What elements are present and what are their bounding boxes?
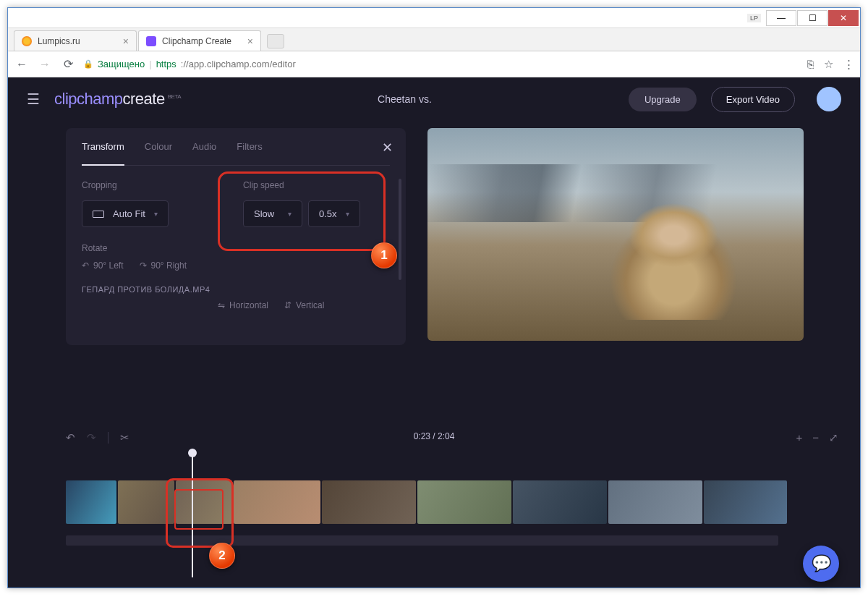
flip-horizontal-button[interactable]: ⇋Horizontal — [218, 300, 268, 310]
timeline-clip[interactable] — [322, 480, 416, 524]
speed-mode-value: Slow — [254, 208, 274, 219]
tab-title: Lumpics.ru — [38, 36, 80, 46]
video-preview[interactable] — [427, 128, 804, 341]
chat-icon: 💬 — [812, 554, 831, 573]
hamburger-icon[interactable]: ☰ — [27, 90, 40, 108]
secure-label: Защищено — [98, 59, 145, 69]
flip-h-icon: ⇋ — [218, 300, 225, 310]
window-badge: LP — [747, 14, 761, 22]
lock-icon: 🔒 — [83, 59, 93, 69]
timeline-clip[interactable] — [176, 480, 232, 524]
cropping-select[interactable]: Auto Fit ▾ — [82, 200, 169, 227]
timeline-clip[interactable] — [513, 480, 607, 524]
menu-icon[interactable]: ⋮ — [843, 58, 854, 71]
panel-scrollbar[interactable] — [399, 179, 401, 280]
window-minimize-button[interactable]: — — [766, 10, 796, 26]
tab-transform[interactable]: Transform — [82, 141, 124, 166]
url-path: ://app.clipchamp.com/editor — [181, 59, 296, 69]
bookmark-icon[interactable]: ☆ — [824, 58, 833, 71]
clipchamp-app: ☰ clipchampcreateBETA Cheetan vs. Upgrad… — [8, 77, 860, 588]
rotate-right-button[interactable]: ↷90° Right — [140, 260, 187, 271]
reload-button[interactable]: ⟳ — [60, 56, 76, 72]
audio-track[interactable] — [66, 535, 778, 546]
clip-filename: ГЕПАРД ПРОТИВ БОЛИДА.MP4 — [82, 285, 390, 294]
flip-vertical-button[interactable]: ⇵Vertical — [284, 300, 324, 310]
zoom-out-button[interactable]: − — [812, 431, 819, 444]
split-button[interactable]: ✂ — [120, 431, 129, 444]
timeline-area: ↶ ↷ ✂ 0:23 / 2:04 + − ⤢ — [8, 421, 860, 588]
url-bar: ← → ⟳ 🔒 Защищено | https://app.clipchamp… — [8, 51, 860, 77]
tab-close-icon[interactable]: × — [123, 35, 129, 47]
rotate-left-button[interactable]: ↶90° Left — [82, 260, 124, 271]
properties-panel: ✕ Transform Colour Audio Filters Croppin… — [66, 128, 406, 345]
cropping-section: Cropping Auto Fit ▾ Rotate ↶90° Left ↷90… — [82, 180, 229, 271]
tab-colour[interactable]: Colour — [145, 141, 172, 156]
timeline-clip[interactable] — [417, 480, 511, 524]
upgrade-button[interactable]: Upgrade — [629, 88, 697, 111]
favicon-icon — [22, 36, 32, 46]
browser-tabs-bar: Lumpics.ru × Clipchamp Create × — [8, 28, 860, 51]
rotate-left-icon: ↶ — [82, 260, 89, 271]
tab-close-icon[interactable]: × — [247, 35, 253, 47]
window-close-button[interactable]: ✕ — [828, 10, 859, 26]
timeline-clip[interactable] — [704, 480, 787, 524]
address-field[interactable]: 🔒 Защищено | https://app.clipchamp.com/e… — [83, 55, 800, 74]
speed-mode-select[interactable]: Slow ▾ — [243, 200, 302, 227]
clip-speed-section: Clip speed Slow ▾ 0.5x ▾ — [243, 180, 390, 271]
url-protocol: https — [156, 59, 176, 69]
cropping-label: Cropping — [82, 180, 229, 190]
timeline-clip[interactable] — [66, 480, 116, 524]
project-title[interactable]: Cheetan vs. — [195, 93, 614, 105]
new-tab-button[interactable] — [267, 34, 284, 48]
annotation-badge-1: 1 — [371, 242, 397, 268]
translate-icon[interactable]: ⎘ — [807, 58, 814, 71]
aspect-icon — [93, 211, 104, 218]
annotation-badge-2: 2 — [209, 543, 235, 569]
close-panel-button[interactable]: ✕ — [382, 140, 393, 156]
chevron-down-icon: ▾ — [154, 210, 158, 218]
tab-filters[interactable]: Filters — [237, 141, 262, 156]
timeline-playhead[interactable] — [192, 453, 193, 577]
url-actions: ⎘ ☆ ⋮ — [807, 58, 854, 71]
timeline-zoom-controls: + − ⤢ — [796, 431, 838, 444]
browser-window: LP — ☐ ✕ Lumpics.ru × Clipchamp Create ×… — [7, 7, 861, 588]
app-logo[interactable]: clipchampcreateBETA — [54, 90, 181, 109]
speed-value: 0.5x — [319, 208, 337, 219]
undo-button[interactable]: ↶ — [66, 431, 75, 444]
browser-tab-clipchamp[interactable]: Clipchamp Create × — [138, 30, 261, 51]
timeline-timecode: 0:23 / 2:04 — [414, 431, 455, 441]
timeline-clip[interactable] — [608, 480, 702, 524]
main-area: ✕ Transform Colour Audio Filters Croppin… — [8, 121, 860, 421]
flip-v-icon: ⇵ — [284, 300, 292, 310]
chat-button[interactable]: 💬 — [803, 546, 839, 582]
clip-speed-label: Clip speed — [243, 180, 390, 190]
chevron-down-icon: ▾ — [288, 210, 292, 218]
favicon-icon — [146, 36, 156, 46]
properties-tabs: Transform Colour Audio Filters — [82, 141, 390, 166]
export-video-button[interactable]: Export Video — [711, 87, 795, 112]
rotate-right-icon: ↷ — [140, 260, 147, 271]
timeline-clip[interactable] — [118, 480, 174, 524]
app-header: ☰ clipchampcreateBETA Cheetan vs. Upgrad… — [8, 77, 860, 121]
tab-audio[interactable]: Audio — [192, 141, 216, 156]
speed-value-select[interactable]: 0.5x ▾ — [308, 200, 360, 227]
zoom-in-button[interactable]: + — [796, 431, 802, 444]
preview-subject — [594, 190, 753, 320]
back-button[interactable]: ← — [14, 56, 30, 72]
window-maximize-button[interactable]: ☐ — [797, 10, 827, 26]
video-track[interactable] — [66, 480, 838, 531]
rotate-label: Rotate — [82, 243, 107, 253]
cropping-value: Auto Fit — [113, 208, 145, 219]
user-avatar[interactable] — [817, 87, 841, 111]
timeline-clip[interactable] — [234, 480, 320, 524]
zoom-fit-button[interactable]: ⤢ — [829, 431, 838, 444]
window-titlebar: LP — ☐ ✕ — [8, 8, 860, 28]
forward-button[interactable]: → — [37, 56, 53, 72]
chevron-down-icon: ▾ — [346, 210, 349, 218]
tab-title: Clipchamp Create — [162, 36, 231, 46]
redo-button[interactable]: ↷ — [87, 431, 96, 444]
browser-tab-lumpics[interactable]: Lumpics.ru × — [14, 30, 137, 51]
